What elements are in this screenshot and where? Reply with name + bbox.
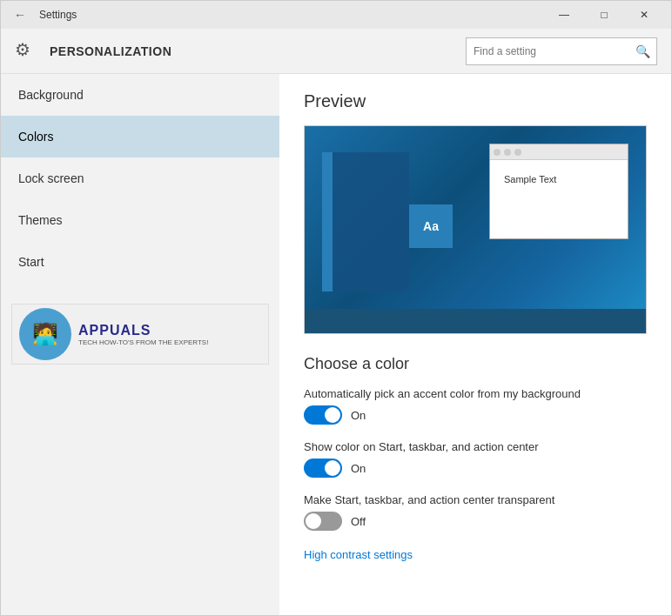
preview-window-bar bbox=[490, 144, 628, 160]
toggle-transparent[interactable] bbox=[304, 512, 342, 531]
search-input[interactable] bbox=[467, 45, 628, 57]
app-header: ⚙ PERSONALIZATION 🔍 bbox=[1, 29, 671, 74]
appuals-figure: 🧑‍💻 bbox=[19, 308, 71, 360]
appuals-section: 🧑‍💻 APPUALS TECH HOW-TO'S FROM THE EXPER… bbox=[1, 297, 279, 372]
toggle-row-1: On bbox=[304, 459, 647, 478]
toggle-knob-1 bbox=[325, 460, 340, 476]
maximize-button[interactable]: □ bbox=[584, 1, 624, 29]
toggle-row-2: Off bbox=[304, 512, 647, 531]
choose-color-title: Choose a color bbox=[304, 355, 647, 373]
settings-window: ← Settings — □ ✕ ⚙ PERSONALIZATION 🔍 Bac… bbox=[0, 0, 672, 616]
gear-icon: ⚙ bbox=[15, 39, 39, 64]
choose-color-section: Choose a color Automatically pick an acc… bbox=[304, 355, 647, 562]
setting-label-1: Show color on Start, taskbar, and action… bbox=[304, 440, 647, 453]
search-box: 🔍 bbox=[466, 37, 657, 65]
titlebar-controls: — □ ✕ bbox=[544, 1, 664, 29]
titlebar: ← Settings — □ ✕ bbox=[1, 1, 671, 29]
toggle-label-0: On bbox=[351, 409, 366, 422]
toggle-knob-2 bbox=[306, 513, 321, 529]
preview-aa-box: Aa bbox=[409, 204, 453, 248]
toggle-label-2: Off bbox=[351, 515, 366, 528]
sidebar-item-start[interactable]: Start bbox=[1, 241, 279, 283]
toggle-label-1: On bbox=[351, 462, 366, 475]
sidebar-item-colors[interactable]: Colors bbox=[1, 116, 279, 157]
appuals-container: 🧑‍💻 APPUALS TECH HOW-TO'S FROM THE EXPER… bbox=[11, 304, 269, 365]
preview-window-content: Sample Text bbox=[490, 160, 628, 198]
window-dot-1 bbox=[494, 149, 501, 156]
setting-row-1: Show color on Start, taskbar, and action… bbox=[304, 440, 647, 478]
sidebar-item-background[interactable]: Background bbox=[1, 74, 279, 116]
sample-text: Sample Text bbox=[504, 174, 556, 184]
window-title: Settings bbox=[39, 9, 77, 21]
window-dot-3 bbox=[514, 149, 521, 156]
search-button[interactable]: 🔍 bbox=[628, 37, 656, 65]
appuals-tagline: TECH HOW-TO'S FROM THE EXPERTS! bbox=[78, 338, 208, 346]
preview-area: Aa Sample Text bbox=[304, 125, 647, 334]
high-contrast-link[interactable]: High contrast settings bbox=[304, 548, 413, 561]
app-body: Background Colors Lock screen Themes Sta… bbox=[1, 74, 671, 615]
close-button[interactable]: ✕ bbox=[624, 1, 664, 29]
appuals-name: APPUALS bbox=[78, 323, 208, 338]
start-color-bar bbox=[322, 152, 333, 291]
back-button[interactable]: ← bbox=[8, 5, 32, 24]
sidebar-item-themes[interactable]: Themes bbox=[1, 199, 279, 241]
toggle-row-0: On bbox=[304, 405, 647, 425]
setting-row-0: Automatically pick an accent color from … bbox=[304, 387, 647, 425]
sidebar-item-lockscreen[interactable]: Lock screen bbox=[1, 157, 279, 199]
minimize-button[interactable]: — bbox=[544, 1, 584, 29]
appuals-text-block: APPUALS TECH HOW-TO'S FROM THE EXPERTS! bbox=[78, 323, 208, 346]
preview-title: Preview bbox=[304, 91, 647, 111]
titlebar-left: ← Settings bbox=[8, 5, 77, 24]
titlebar-nav: ← bbox=[8, 5, 32, 24]
setting-row-2: Make Start, taskbar, and action center t… bbox=[304, 493, 647, 531]
preview-taskbar bbox=[305, 309, 646, 333]
setting-label-2: Make Start, taskbar, and action center t… bbox=[304, 493, 647, 506]
sidebar: Background Colors Lock screen Themes Sta… bbox=[1, 74, 279, 615]
toggle-knob-0 bbox=[325, 407, 340, 423]
setting-label-0: Automatically pick an accent color from … bbox=[304, 387, 647, 400]
window-dot-2 bbox=[504, 149, 511, 156]
toggle-auto-accent[interactable] bbox=[304, 405, 342, 425]
preview-window: Sample Text bbox=[489, 144, 628, 239]
main-content: Preview Aa bbox=[279, 74, 671, 615]
app-title: PERSONALIZATION bbox=[50, 44, 455, 58]
preview-start-menu bbox=[322, 152, 409, 291]
preview-desktop: Aa Sample Text bbox=[305, 126, 646, 333]
high-contrast-link-container: High contrast settings bbox=[304, 546, 647, 562]
toggle-show-color[interactable] bbox=[304, 459, 342, 478]
